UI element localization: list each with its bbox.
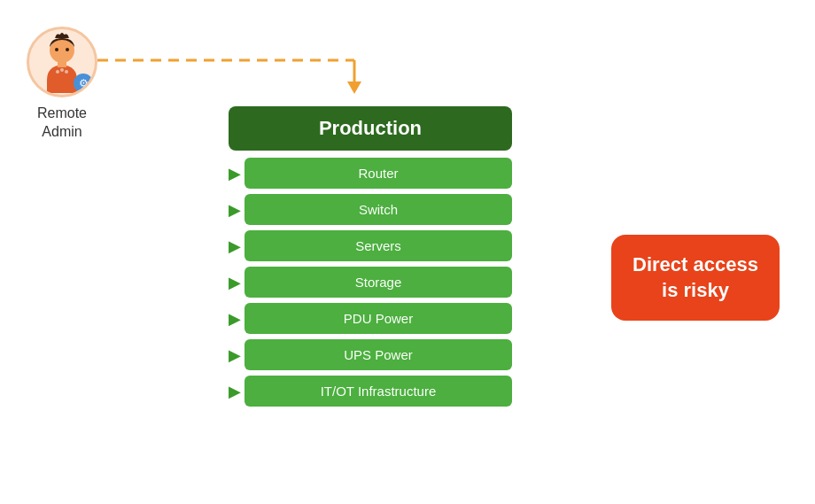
svg-point-2: [66, 48, 69, 51]
svg-point-1: [55, 48, 58, 51]
warning-box: Direct access is risky: [611, 235, 780, 321]
avatar: ⚙: [27, 27, 97, 97]
gear-badge-icon: ⚙: [74, 74, 93, 93]
item-label: Router: [244, 158, 512, 189]
svg-point-4: [56, 70, 59, 74]
list-item: ▶ UPS Power: [229, 339, 512, 370]
list-item: ▶ IT/OT Infrastructure: [229, 376, 512, 407]
arrow-icon: ▶: [229, 347, 241, 363]
items-list: ▶ Router ▶ Switch ▶ Servers ▶ Storage ▶ …: [229, 158, 512, 407]
svg-point-5: [60, 68, 64, 72]
item-label: IT/OT Infrastructure: [244, 376, 512, 407]
arrow-icon: ▶: [229, 384, 241, 399]
list-item: ▶ Storage: [229, 267, 512, 298]
item-label: PDU Power: [244, 303, 512, 334]
svg-marker-9: [347, 81, 361, 94]
list-item: ▶ Router: [229, 158, 512, 189]
dashed-arrow: [97, 43, 390, 96]
arrow-icon: ▶: [229, 275, 241, 291]
arrow-icon: ▶: [229, 311, 241, 327]
list-item: ▶ Servers: [229, 230, 512, 261]
production-container: Production ▶ Router ▶ Switch ▶ Servers ▶…: [229, 106, 512, 407]
remote-admin-section: ⚙ Remote Admin: [27, 27, 97, 142]
svg-rect-3: [58, 61, 66, 67]
item-label: Servers: [244, 230, 512, 261]
production-header: Production: [229, 106, 512, 151]
admin-label: Remote Admin: [37, 105, 87, 142]
item-label: Switch: [244, 194, 512, 225]
arrow-icon: ▶: [229, 202, 241, 218]
list-item: ▶ PDU Power: [229, 303, 512, 334]
arrow-icon: ▶: [229, 166, 241, 182]
item-label: UPS Power: [244, 339, 512, 370]
arrow-icon: ▶: [229, 238, 241, 254]
svg-point-6: [65, 70, 68, 74]
list-item: ▶ Switch: [229, 194, 512, 225]
item-label: Storage: [244, 267, 512, 298]
